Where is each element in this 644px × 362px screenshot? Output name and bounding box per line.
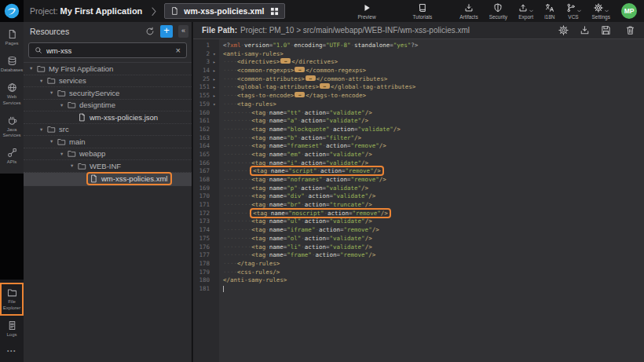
save-button[interactable] bbox=[601, 25, 611, 35]
delete-button[interactable] bbox=[625, 25, 635, 35]
project-breadcrumb[interactable]: Project: My First Application bbox=[30, 6, 142, 16]
code-line[interactable]: 179····<css-rules/> bbox=[193, 269, 644, 277]
caret-down-icon bbox=[577, 9, 581, 13]
fold-toggle[interactable]: ▸ bbox=[212, 75, 219, 84]
caret-down-icon[interactable]: ▾ bbox=[60, 151, 68, 157]
code-line[interactable]: 151▸····<global-tag-attributes>↔</global… bbox=[193, 83, 644, 92]
rail-item-file-explorer[interactable]: File Explorer bbox=[0, 283, 24, 315]
fold-toggle[interactable]: ▸ bbox=[212, 67, 219, 75]
more-options-button[interactable]: ••• bbox=[0, 342, 24, 360]
code-line[interactable]: 3▸····<directives>↔</directives> bbox=[193, 58, 644, 67]
tree-row-src[interactable]: ▾src bbox=[24, 124, 192, 137]
fold-toggle[interactable]: ▸ bbox=[212, 92, 219, 101]
caret-down-icon[interactable]: ▾ bbox=[50, 90, 57, 96]
code-line[interactable]: 170········<tag·name="div"·action="valid… bbox=[193, 192, 644, 201]
code-line[interactable]: 164········<tag·name="frameset"·action="… bbox=[193, 142, 644, 151]
tree-row-wm-xss-policies-json[interactable]: wm-xss-policies.json bbox=[24, 112, 192, 124]
code-line-content: ········<tag·name="b"·action="filter"/> bbox=[219, 134, 361, 143]
file-tab[interactable]: wm-xss-policies.xml bbox=[164, 3, 285, 19]
code-line-content: ····<tag-rules> bbox=[219, 101, 276, 109]
add-resource-button[interactable]: + bbox=[160, 25, 173, 38]
fold-pill[interactable]: ↔ bbox=[295, 92, 305, 97]
file-path-value: Project: PM_10 > src/main/webapp/WEB-INF… bbox=[240, 26, 470, 35]
code-line[interactable]: 168········<tag·name="noframes"·action="… bbox=[193, 176, 644, 185]
grid-icon[interactable] bbox=[270, 7, 279, 16]
caret-down-icon[interactable]: ▾ bbox=[50, 138, 57, 144]
tutorials-button[interactable]: Tutorials bbox=[413, 3, 433, 20]
user-avatar[interactable]: MP bbox=[621, 3, 637, 19]
line-number: 163 bbox=[193, 134, 212, 143]
clear-search-icon[interactable]: × bbox=[176, 46, 181, 55]
code-line[interactable]: 178····</tag-rules> bbox=[193, 260, 644, 269]
tree-row-main[interactable]: ▾main bbox=[24, 136, 192, 148]
tree-row-web-inf[interactable]: ▾WEB-INF bbox=[24, 160, 192, 173]
fold-toggle[interactable]: ▾ bbox=[212, 50, 219, 59]
code-line[interactable]: 180</anti-samy-rules> bbox=[193, 276, 644, 285]
code-line[interactable]: 155▸····<tags-to-encode>↔</tags-to-encod… bbox=[193, 92, 644, 101]
code-line[interactable]: 162········<tag·name="blockquote"·action… bbox=[193, 126, 644, 134]
code-line[interactable]: 14▸····<common-regexps>↔</common-regexps… bbox=[193, 67, 644, 75]
code-line[interactable]: 163········<tag·name="b"·action="filter"… bbox=[193, 134, 644, 143]
rail-item-databases[interactable]: Databases bbox=[0, 51, 24, 78]
tree-row-services[interactable]: ▾services bbox=[24, 75, 192, 88]
tree-row-wm-xss-policies-xml[interactable]: wm-xss-policies.xml bbox=[24, 173, 192, 186]
code-line-content: ····<tags-to-encode>↔</tags-to-encode> bbox=[219, 92, 366, 101]
tree-row-webapp[interactable]: ▾webapp bbox=[24, 148, 192, 161]
fold-pill[interactable]: ↔ bbox=[320, 83, 330, 89]
preview-button[interactable]: Preview bbox=[357, 3, 375, 20]
rail-item-java-services[interactable]: Java Services bbox=[0, 111, 24, 143]
caret-down-icon[interactable]: ▾ bbox=[60, 102, 68, 108]
refresh-icon[interactable] bbox=[145, 27, 155, 36]
caret-down-icon[interactable]: ▾ bbox=[40, 78, 47, 84]
caret-down-icon[interactable]: ▾ bbox=[40, 126, 47, 133]
collapse-panel-button[interactable]: « bbox=[178, 25, 188, 38]
fold-pill[interactable]: ↔ bbox=[306, 75, 316, 81]
code-line[interactable]: 174········<tag·name="iframe"·action="re… bbox=[193, 226, 644, 235]
line-number: 178 bbox=[193, 260, 212, 269]
code-line[interactable]: 175········<tag·name="ol"·action="valida… bbox=[193, 235, 644, 243]
search-input[interactable] bbox=[46, 46, 172, 55]
caret-down-icon[interactable]: ▾ bbox=[30, 65, 37, 71]
fold-pill[interactable]: ↔ bbox=[295, 67, 305, 72]
rail-item-apis[interactable]: APIs bbox=[0, 143, 24, 170]
settings-button[interactable] bbox=[558, 25, 569, 35]
code-line[interactable]: 177········<tag·name="frame"·action="rem… bbox=[193, 251, 644, 260]
code-line[interactable]: 165········<tag·name="em"·action="valida… bbox=[193, 151, 644, 159]
tree-row-my-first-application[interactable]: ▾My First Application bbox=[24, 63, 192, 75]
code-line[interactable]: 172········<tag·name="noscript"·action="… bbox=[193, 210, 644, 218]
code-line[interactable]: 176········<tag·name="li"·action="valida… bbox=[193, 243, 644, 252]
rail-item-web-services[interactable]: Web Services bbox=[0, 78, 24, 110]
tree-row-securityservice[interactable]: ▾securityService bbox=[24, 87, 192, 100]
artifacts-button[interactable]: Artifacts bbox=[459, 3, 478, 20]
fold-toggle[interactable]: ▸ bbox=[212, 58, 219, 67]
rail-item-logs[interactable]: Logs bbox=[0, 316, 24, 342]
code-line[interactable]: 160········<tag·name="tt"·action="valida… bbox=[193, 109, 644, 118]
caret-down-icon[interactable]: ▾ bbox=[71, 163, 78, 169]
rail-item-pages[interactable]: Pages bbox=[0, 24, 24, 51]
vcs-button[interactable]: VCS bbox=[566, 3, 581, 20]
fold-toggle[interactable]: ▸ bbox=[212, 83, 219, 92]
code-line[interactable]: 25▸····<common-attributes>↔</common-attr… bbox=[193, 75, 644, 84]
code-editor[interactable]: 1<?xml·version="1.0"·encoding="UTF-8"·st… bbox=[193, 39, 644, 362]
code-line[interactable]: 169········<tag·name="p"·action="validat… bbox=[193, 185, 644, 193]
code-line[interactable]: 166········<tag·name="i"·action="validat… bbox=[193, 159, 644, 168]
code-line[interactable]: 2▾<anti-samy-rules> bbox=[193, 50, 644, 59]
settings-button[interactable]: Settings bbox=[592, 3, 611, 20]
code-line[interactable]: 161········<tag·name="a"·action="validat… bbox=[193, 117, 644, 126]
fold-pill[interactable]: ↔ bbox=[280, 58, 291, 64]
code-line-content: ····<global-tag-attributes>↔</global-tag… bbox=[219, 83, 415, 92]
security-button[interactable]: Security bbox=[489, 3, 507, 20]
tree-row-designtime[interactable]: ▾designtime bbox=[24, 100, 192, 112]
code-line[interactable]: 181 bbox=[193, 285, 644, 294]
code-line[interactable]: 167········<tag·name="script"·action="re… bbox=[193, 167, 644, 176]
code-line[interactable]: 171········<tag·name="br"·action="trunca… bbox=[193, 201, 644, 210]
i18n-button[interactable]: i18N bbox=[544, 3, 554, 20]
code-line[interactable]: 1<?xml·version="1.0"·encoding="UTF-8"·st… bbox=[193, 42, 644, 50]
code-line[interactable]: 159▾····<tag-rules> bbox=[193, 101, 644, 109]
export-button[interactable]: Export bbox=[518, 3, 533, 20]
tutorials-label: Tutorials bbox=[413, 14, 433, 20]
download-button[interactable] bbox=[580, 25, 590, 35]
fold-toggle[interactable]: ▾ bbox=[212, 101, 219, 109]
code-line[interactable]: 173········<tag·name="ul"·action="valida… bbox=[193, 218, 644, 226]
app-logo[interactable] bbox=[0, 0, 24, 22]
